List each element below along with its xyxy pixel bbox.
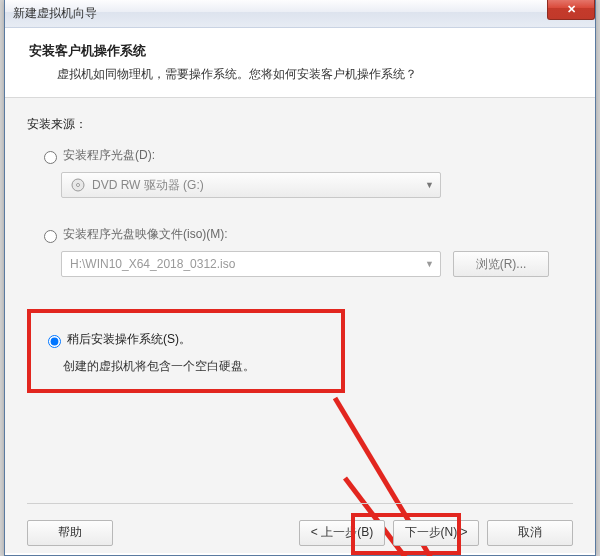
back-button-label: < 上一步(B) <box>311 524 373 541</box>
svg-point-1 <box>77 184 80 187</box>
wizard-window: 新建虚拟机向导 ✕ 安装客户机操作系统 虚拟机如同物理机，需要操作系统。您将如何… <box>4 0 596 556</box>
disc-drive-dropdown[interactable]: DVD RW 驱动器 (G:) ▼ <box>61 172 441 198</box>
footer: 帮助 < 上一步(B) 下一步(N) > 取消 <box>27 503 573 553</box>
radio-install-later-input[interactable] <box>48 335 61 348</box>
close-icon: ✕ <box>567 3 576 16</box>
install-source-label: 安装来源： <box>27 116 573 133</box>
browse-button[interactable]: 浏览(R)... <box>453 251 549 277</box>
help-button-label: 帮助 <box>58 524 82 541</box>
chevron-down-icon: ▼ <box>425 259 434 269</box>
disc-icon <box>70 177 86 193</box>
back-button[interactable]: < 上一步(B) <box>299 520 385 546</box>
window-title: 新建虚拟机向导 <box>13 5 97 22</box>
next-button-label: 下一步(N) > <box>405 524 468 541</box>
close-button[interactable]: ✕ <box>547 0 595 20</box>
iso-path-value: H:\WIN10_X64_2018_0312.iso <box>70 257 235 271</box>
page-title: 安装客户机操作系统 <box>29 42 571 60</box>
help-button[interactable]: 帮助 <box>27 520 113 546</box>
radio-iso-file-input[interactable] <box>44 230 57 243</box>
cancel-button[interactable]: 取消 <box>487 520 573 546</box>
page-subtitle: 虚拟机如同物理机，需要操作系统。您将如何安装客户机操作系统？ <box>57 66 571 83</box>
radio-installer-disc-label: 安装程序光盘(D): <box>63 147 155 164</box>
radio-install-later[interactable]: 稍后安装操作系统(S)。 <box>43 331 323 348</box>
annotation-highlight-later: 稍后安装操作系统(S)。 创建的虚拟机将包含一个空白硬盘。 <box>27 309 345 393</box>
next-button[interactable]: 下一步(N) > <box>393 520 479 546</box>
iso-row: H:\WIN10_X64_2018_0312.iso ▼ 浏览(R)... <box>61 251 573 277</box>
browse-button-label: 浏览(R)... <box>476 256 527 273</box>
radio-iso-file[interactable]: 安装程序光盘映像文件(iso)(M): <box>39 226 573 243</box>
radio-install-later-label: 稍后安装操作系统(S)。 <box>67 331 191 348</box>
titlebar: 新建虚拟机向导 ✕ <box>5 0 595 28</box>
body-panel: 安装来源： 安装程序光盘(D): DVD RW 驱动器 (G:) ▼ 安装程序光… <box>5 98 595 553</box>
radio-installer-disc-input[interactable] <box>44 151 57 164</box>
radio-iso-file-label: 安装程序光盘映像文件(iso)(M): <box>63 226 228 243</box>
cancel-button-label: 取消 <box>518 524 542 541</box>
install-later-hint: 创建的虚拟机将包含一个空白硬盘。 <box>63 358 323 375</box>
radio-installer-disc[interactable]: 安装程序光盘(D): <box>39 147 573 164</box>
chevron-down-icon: ▼ <box>425 180 434 190</box>
header-panel: 安装客户机操作系统 虚拟机如同物理机，需要操作系统。您将如何安装客户机操作系统？ <box>5 28 595 98</box>
iso-path-input[interactable]: H:\WIN10_X64_2018_0312.iso ▼ <box>61 251 441 277</box>
disc-drive-value: DVD RW 驱动器 (G:) <box>92 177 204 194</box>
